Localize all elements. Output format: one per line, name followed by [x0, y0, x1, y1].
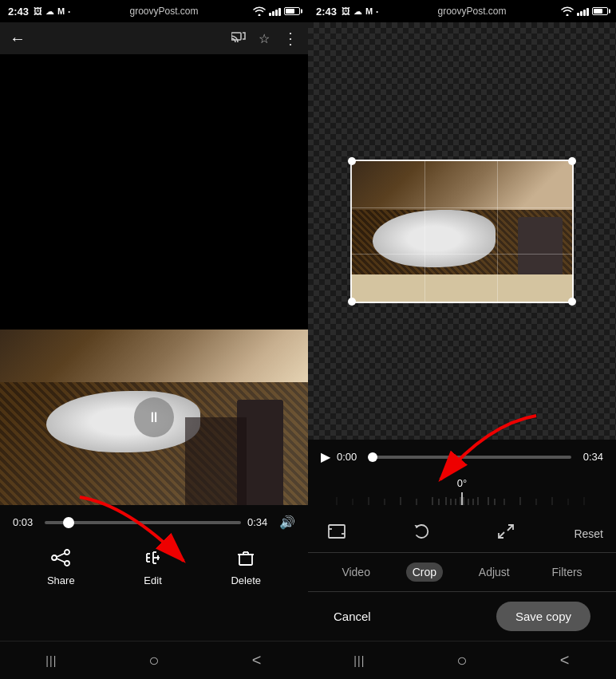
- left-video-area: ⏸: [0, 54, 308, 505]
- svg-point-1: [65, 550, 69, 555]
- mail-icon: M: [57, 6, 65, 16]
- edit-button[interactable]: Edit: [144, 549, 163, 586]
- tab-video[interactable]: Video: [335, 563, 377, 582]
- wifi-icon: [253, 6, 266, 16]
- crop-image: [350, 160, 574, 303]
- share-icon: [51, 549, 70, 571]
- signal-bar-3: [275, 10, 278, 16]
- rotate-icon[interactable]: [405, 523, 437, 544]
- right-nav-back-icon[interactable]: |||: [343, 654, 375, 667]
- video-frame: ⏸: [0, 330, 308, 505]
- play-pause-button[interactable]: ⏸: [134, 397, 174, 437]
- current-time-left: 0:03: [13, 516, 38, 528]
- signal-bar-4: [278, 8, 281, 16]
- left-nav-back-icon[interactable]: |||: [35, 654, 67, 667]
- right-status-right: [561, 6, 608, 16]
- share-label: Share: [47, 574, 75, 586]
- tab-row: Video Crop Adjust Filters: [321, 553, 603, 591]
- right-mail-icon: M: [365, 6, 373, 16]
- right-battery-icon: [592, 7, 608, 15]
- right-nav-home-icon[interactable]: ○: [446, 650, 478, 671]
- left-action-buttons: Share Edit: [13, 549, 295, 586]
- left-timeline-thumb[interactable]: [63, 517, 74, 528]
- left-bottom-controls: 0:03 0:34 🔊 Share: [0, 505, 308, 641]
- signal-bar-2: [272, 11, 274, 16]
- signal-bar-1: [269, 13, 271, 16]
- crop-container[interactable]: [350, 160, 574, 303]
- black-top: [0, 54, 308, 302]
- left-browser-icons: ☆ ⋮: [231, 29, 298, 48]
- right-cloud-icon: ☁: [353, 6, 362, 17]
- signal-bars: [269, 6, 281, 16]
- edit-label: Edit: [144, 574, 161, 586]
- left-panel: 2:43 🖼 ☁ M • groovyPost.com: [0, 0, 308, 679]
- star-icon[interactable]: ☆: [259, 31, 270, 46]
- right-current-time: 0:00: [337, 451, 362, 463]
- right-timeline-track[interactable]: [369, 456, 571, 459]
- furniture: [185, 417, 247, 505]
- cast-icon[interactable]: [231, 30, 246, 46]
- right-status-icons: 🖼 ☁ M •: [342, 6, 378, 17]
- more-icon[interactable]: ⋮: [282, 29, 298, 48]
- left-browser-bar: ← ☆ ⋮: [0, 22, 308, 54]
- floor: [350, 274, 574, 303]
- right-nav-forward-icon[interactable]: <: [549, 651, 581, 669]
- battery-icon: [284, 7, 300, 15]
- svg-line-49: [507, 525, 513, 531]
- photo-icon: 🖼: [34, 6, 42, 16]
- pause-icon: ⏸: [147, 409, 161, 426]
- right-domain: groovyPost.com: [383, 6, 561, 17]
- left-domain: groovyPost.com: [75, 6, 253, 17]
- volume-icon[interactable]: 🔊: [279, 515, 295, 530]
- left-timeline-row: 0:03 0:34 🔊: [13, 515, 295, 530]
- right-panel: 2:43 🖼 ☁ M • groovyPost.com: [308, 0, 616, 679]
- delete-icon: [236, 549, 255, 571]
- right-timeline-thumb[interactable]: [368, 452, 377, 462]
- cancel-button[interactable]: Cancel: [334, 610, 371, 623]
- left-nav-home-icon[interactable]: ○: [138, 650, 170, 671]
- share-button[interactable]: Share: [47, 549, 75, 586]
- right-nav-bar: ||| ○ <: [308, 641, 616, 679]
- svg-point-3: [65, 561, 69, 566]
- right-signal-bar-3: [583, 10, 586, 16]
- right-battery-fill: [594, 9, 602, 14]
- right-playback-row: ▶ 0:00 0:34: [321, 440, 603, 474]
- left-nav-bar: ||| ○ <: [0, 641, 308, 679]
- battery-fill: [286, 9, 294, 14]
- aspect-ratio-icon[interactable]: [321, 523, 353, 544]
- left-nav-forward-icon[interactable]: <: [241, 651, 273, 669]
- right-signal-bar-1: [577, 13, 579, 16]
- svg-line-50: [499, 532, 504, 538]
- save-copy-button[interactable]: Save copy: [496, 602, 590, 631]
- expand-icon[interactable]: [490, 523, 522, 544]
- right-signal-bars: [577, 6, 589, 16]
- right-signal-bar-2: [580, 11, 582, 16]
- reset-button[interactable]: Reset: [574, 527, 603, 540]
- end-time-left: 0:34: [247, 516, 273, 528]
- right-signal-bar-4: [586, 8, 589, 16]
- cloud-icon: ☁: [45, 6, 54, 17]
- right-photo-icon: 🖼: [342, 6, 350, 16]
- svg-rect-46: [329, 525, 345, 538]
- tab-filters[interactable]: Filters: [545, 563, 588, 582]
- right-video-area: [308, 22, 616, 440]
- left-timeline-track[interactable]: [45, 521, 241, 524]
- tab-crop[interactable]: Crop: [406, 563, 443, 582]
- delete-button[interactable]: Delete: [231, 549, 261, 586]
- right-play-button[interactable]: ▶: [321, 449, 330, 464]
- right-status-bar: 2:43 🖼 ☁ M • groovyPost.com: [308, 0, 616, 22]
- right-status-time: 2:43: [316, 6, 337, 18]
- svg-point-2: [52, 555, 57, 560]
- back-arrow-icon[interactable]: ←: [10, 30, 26, 48]
- delete-label: Delete: [231, 574, 261, 586]
- crop-tools-row: Reset: [321, 515, 603, 552]
- rotation-degrees: 0°: [457, 477, 467, 489]
- tab-adjust[interactable]: Adjust: [472, 563, 516, 582]
- left-status-icons: 🖼 ☁ M •: [34, 6, 70, 17]
- dot-icon: •: [68, 8, 70, 15]
- rotation-ruler[interactable]: [321, 492, 603, 508]
- right-wifi-icon: [561, 6, 574, 16]
- left-status-time: 2:43: [8, 6, 29, 18]
- right-dot-icon: •: [376, 8, 378, 15]
- right-bottom-actions: Cancel Save copy: [321, 592, 603, 641]
